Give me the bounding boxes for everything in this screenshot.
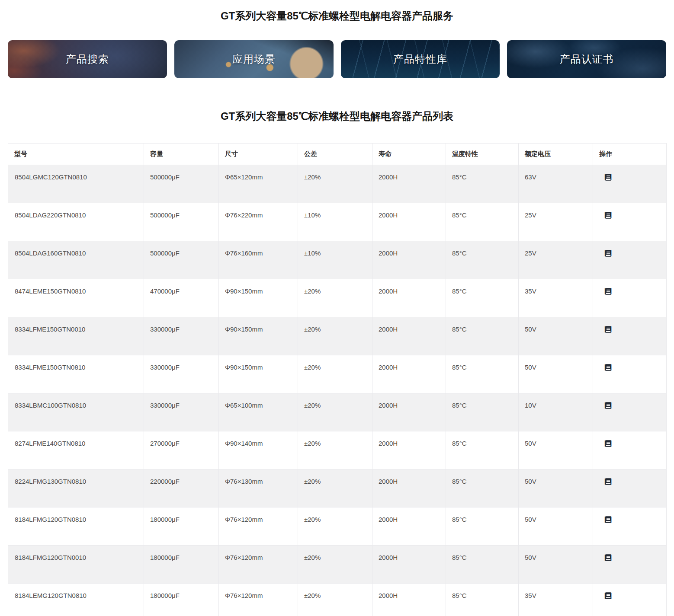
col-header-temp: 温度特性 — [446, 144, 519, 165]
cell-temp: 85°C — [446, 469, 519, 507]
col-header-life: 寿命 — [372, 144, 446, 165]
notebook-icon — [604, 287, 612, 295]
cell-voltage: 50V — [519, 546, 593, 584]
view-detail-button[interactable] — [604, 211, 612, 219]
view-detail-button[interactable] — [604, 592, 612, 600]
table-row: 8474LEME150GTN0810 470000μF Φ90×150mm ±2… — [8, 279, 667, 317]
cell-tolerance: ±20% — [298, 584, 372, 616]
cell-capacity: 180000μF — [144, 546, 219, 584]
cell-model: 8504LDAG220GTN0810 — [8, 203, 144, 241]
cell-size: Φ76×120mm — [219, 546, 298, 584]
view-detail-button[interactable] — [604, 402, 612, 409]
cell-model: 8334LFME150GTN0810 — [8, 355, 144, 393]
cell-tolerance: ±20% — [298, 469, 372, 507]
cell-voltage: 63V — [519, 165, 593, 203]
cell-voltage: 50V — [519, 507, 593, 546]
cell-size: Φ65×100mm — [219, 393, 298, 431]
table-row: 8184LEMG120GTN0810 180000μF Φ76×120mm ±2… — [8, 584, 667, 616]
cell-voltage: 50V — [519, 317, 593, 355]
cell-voltage: 35V — [519, 584, 593, 616]
view-detail-button[interactable] — [604, 173, 612, 181]
nav-card-feature-library[interactable]: 产品特性库 — [341, 40, 500, 78]
cell-temp: 85°C — [446, 279, 519, 317]
table-row: 8184LFMG120GTN0010 180000μF Φ76×120mm ±2… — [8, 546, 667, 584]
nav-card-certificates[interactable]: 产品认证书 — [507, 40, 666, 78]
table-row: 8504LDAG220GTN0810 500000μF Φ76×220mm ±1… — [8, 203, 667, 241]
cell-size: Φ76×120mm — [219, 507, 298, 546]
view-detail-button[interactable] — [604, 440, 612, 447]
cell-tolerance: ±20% — [298, 507, 372, 546]
view-detail-button[interactable] — [604, 554, 612, 562]
product-table-head: 型号 容量 尺寸 公差 寿命 温度特性 额定电压 操作 — [8, 144, 667, 165]
cell-tolerance: ±20% — [298, 279, 372, 317]
view-detail-button[interactable] — [604, 326, 612, 333]
cell-life: 2000H — [372, 203, 446, 241]
cell-action — [593, 393, 667, 431]
col-header-size: 尺寸 — [219, 144, 298, 165]
list-title: GT系列大容量85℃标准螺栓型电解电容器产品列表 — [0, 109, 674, 123]
cell-life: 2000H — [372, 317, 446, 355]
nav-card-application-scenes[interactable]: 应用场景 — [174, 40, 334, 78]
table-row: 8224LFMG130GTN0810 220000μF Φ76×130mm ±2… — [8, 469, 667, 507]
table-row: 8334LBMC100GTN0810 330000μF Φ65×100mm ±2… — [8, 393, 667, 431]
notebook-icon — [604, 249, 612, 257]
view-detail-button[interactable] — [604, 478, 612, 485]
cell-temp: 85°C — [446, 584, 519, 616]
cell-life: 2000H — [372, 584, 446, 616]
cell-voltage: 25V — [519, 241, 593, 279]
cell-model: 8334LFME150GTN0010 — [8, 317, 144, 355]
cell-size: Φ76×130mm — [219, 469, 298, 507]
table-row: 8504LDAG160GTN0810 500000μF Φ76×160mm ±1… — [8, 241, 667, 279]
cell-action — [593, 317, 667, 355]
cell-temp: 85°C — [446, 393, 519, 431]
cell-size: Φ76×120mm — [219, 584, 298, 616]
notebook-icon — [604, 516, 612, 523]
cell-action — [593, 279, 667, 317]
cell-capacity: 180000μF — [144, 507, 219, 546]
col-header-model: 型号 — [8, 144, 144, 165]
cell-voltage: 50V — [519, 469, 593, 507]
view-detail-button[interactable] — [604, 287, 612, 295]
cell-tolerance: ±20% — [298, 355, 372, 393]
cell-model: 8334LBMC100GTN0810 — [8, 393, 144, 431]
table-row: 8184LFMG120GTN0810 180000μF Φ76×120mm ±2… — [8, 507, 667, 546]
cell-model: 8184LFMG120GTN0810 — [8, 507, 144, 546]
cell-temp: 85°C — [446, 507, 519, 546]
cell-temp: 85°C — [446, 431, 519, 469]
cell-action — [593, 241, 667, 279]
table-container: 型号 容量 尺寸 公差 寿命 温度特性 额定电压 操作 8504LGMC120G… — [0, 143, 674, 616]
notebook-icon — [604, 592, 612, 600]
cell-tolerance: ±20% — [298, 431, 372, 469]
cell-action — [593, 546, 667, 584]
view-detail-button[interactable] — [604, 516, 612, 523]
notebook-icon — [604, 402, 612, 409]
product-table-body: 8504LGMC120GTN0810 500000μF Φ65×120mm ±2… — [8, 165, 667, 616]
cell-life: 2000H — [372, 431, 446, 469]
cell-temp: 85°C — [446, 355, 519, 393]
cell-tolerance: ±20% — [298, 546, 372, 584]
cell-size: Φ76×160mm — [219, 241, 298, 279]
view-detail-button[interactable] — [604, 364, 612, 371]
nav-card-product-search[interactable]: 产品搜索 — [8, 40, 167, 78]
product-table: 型号 容量 尺寸 公差 寿命 温度特性 额定电压 操作 8504LGMC120G… — [8, 143, 667, 616]
cell-size: Φ90×150mm — [219, 355, 298, 393]
page-title: GT系列大容量85℃标准螺栓型电解电容器产品服务 — [0, 0, 674, 23]
cell-capacity: 500000μF — [144, 165, 219, 203]
cell-capacity: 330000μF — [144, 393, 219, 431]
cell-capacity: 220000μF — [144, 469, 219, 507]
cell-life: 2000H — [372, 355, 446, 393]
cell-capacity: 500000μF — [144, 203, 219, 241]
cell-size: Φ90×150mm — [219, 279, 298, 317]
cell-action — [593, 507, 667, 546]
cell-tolerance: ±10% — [298, 241, 372, 279]
cell-capacity: 180000μF — [144, 584, 219, 616]
cell-model: 8504LGMC120GTN0810 — [8, 165, 144, 203]
col-header-action: 操作 — [593, 144, 667, 165]
cell-size: Φ76×220mm — [219, 203, 298, 241]
cell-temp: 85°C — [446, 317, 519, 355]
cell-voltage: 35V — [519, 279, 593, 317]
cell-size: Φ65×120mm — [219, 165, 298, 203]
cell-life: 2000H — [372, 507, 446, 546]
view-detail-button[interactable] — [604, 249, 612, 257]
cell-life: 2000H — [372, 279, 446, 317]
